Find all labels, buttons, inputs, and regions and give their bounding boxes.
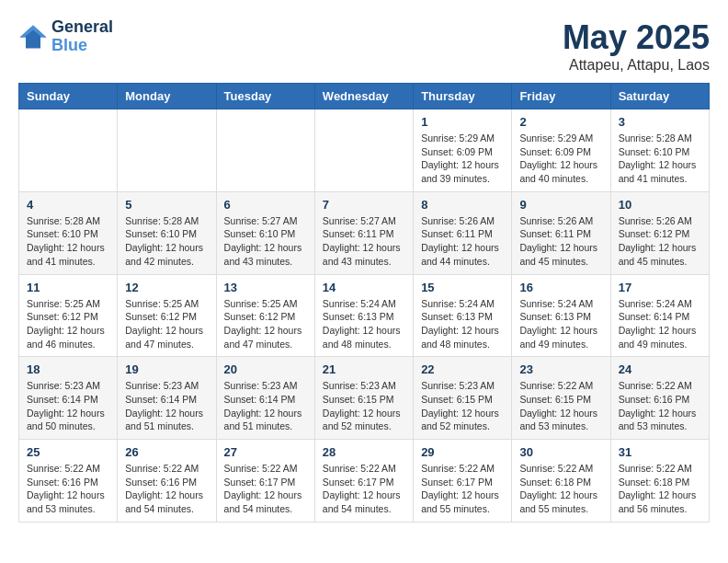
day-number: 16 [519,281,602,294]
day-number: 10 [619,198,701,212]
day-info: Sunrise: 5:25 AM Sunset: 6:12 PM Dayligh… [27,297,109,351]
day-number: 20 [224,362,307,376]
day-number: 17 [619,281,701,294]
day-info: Sunrise: 5:24 AM Sunset: 6:13 PM Dayligh… [323,297,405,351]
day-cell: 16Sunrise: 5:24 AM Sunset: 6:13 PM Dayli… [512,274,610,357]
day-cell: 18Sunrise: 5:23 AM Sunset: 6:14 PM Dayli… [19,357,118,440]
day-header-wednesday: Wednesday [314,84,413,109]
day-number: 3 [619,115,701,129]
day-header-monday: Monday [118,84,216,109]
day-info: Sunrise: 5:23 AM Sunset: 6:15 PM Dayligh… [421,379,504,433]
day-number: 12 [125,281,208,294]
day-cell: 6Sunrise: 5:27 AM Sunset: 6:10 PM Daylig… [216,191,314,274]
day-number: 21 [323,362,405,376]
day-header-saturday: Saturday [610,84,709,109]
day-cell: 31Sunrise: 5:22 AM Sunset: 6:18 PM Dayli… [610,440,709,523]
title-area: May 2025 Attapeu, Attapu, Laos [563,18,710,74]
day-info: Sunrise: 5:24 AM Sunset: 6:13 PM Dayligh… [519,297,602,351]
day-cell: 7Sunrise: 5:27 AM Sunset: 6:11 PM Daylig… [314,191,413,274]
logo-text: General Blue [51,18,113,55]
day-header-sunday: Sunday [19,84,118,109]
day-cell: 4Sunrise: 5:28 AM Sunset: 6:10 PM Daylig… [19,191,118,274]
day-info: Sunrise: 5:29 AM Sunset: 6:09 PM Dayligh… [421,132,504,186]
day-header-friday: Friday [512,84,610,109]
day-number: 2 [519,115,602,129]
day-cell: 9Sunrise: 5:26 AM Sunset: 6:11 PM Daylig… [512,191,610,274]
day-number: 23 [519,362,602,376]
day-cell: 3Sunrise: 5:28 AM Sunset: 6:10 PM Daylig… [610,109,709,192]
day-number: 19 [125,362,208,376]
day-cell [19,109,118,192]
header-row: SundayMondayTuesdayWednesdayThursdayFrid… [19,84,710,109]
week-row-5: 25Sunrise: 5:22 AM Sunset: 6:16 PM Dayli… [19,440,710,523]
day-number: 28 [323,445,405,459]
day-number: 8 [421,198,504,212]
day-number: 6 [224,198,307,212]
day-info: Sunrise: 5:23 AM Sunset: 6:14 PM Dayligh… [224,379,307,433]
week-row-2: 4Sunrise: 5:28 AM Sunset: 6:10 PM Daylig… [19,191,710,274]
day-info: Sunrise: 5:22 AM Sunset: 6:17 PM Dayligh… [224,462,307,516]
day-number: 25 [27,445,109,459]
day-cell: 14Sunrise: 5:24 AM Sunset: 6:13 PM Dayli… [314,274,413,357]
calendar-table: SundayMondayTuesdayWednesdayThursdayFrid… [18,83,710,523]
main-title: May 2025 [563,18,710,57]
day-info: Sunrise: 5:22 AM Sunset: 6:17 PM Dayligh… [421,462,504,516]
day-info: Sunrise: 5:24 AM Sunset: 6:13 PM Dayligh… [421,297,504,351]
week-row-4: 18Sunrise: 5:23 AM Sunset: 6:14 PM Dayli… [19,357,710,440]
day-info: Sunrise: 5:24 AM Sunset: 6:14 PM Dayligh… [619,297,701,351]
day-info: Sunrise: 5:23 AM Sunset: 6:14 PM Dayligh… [27,379,109,433]
day-cell: 17Sunrise: 5:24 AM Sunset: 6:14 PM Dayli… [610,274,709,357]
day-cell [118,109,216,192]
day-number: 13 [224,281,307,294]
day-number: 18 [27,362,109,376]
day-cell: 15Sunrise: 5:24 AM Sunset: 6:13 PM Dayli… [414,274,512,357]
day-cell: 11Sunrise: 5:25 AM Sunset: 6:12 PM Dayli… [19,274,118,357]
day-number: 26 [125,445,208,459]
day-info: Sunrise: 5:22 AM Sunset: 6:18 PM Dayligh… [619,462,701,516]
day-info: Sunrise: 5:25 AM Sunset: 6:12 PM Dayligh… [224,297,307,351]
day-cell: 26Sunrise: 5:22 AM Sunset: 6:16 PM Dayli… [118,440,216,523]
day-cell: 19Sunrise: 5:23 AM Sunset: 6:14 PM Dayli… [118,357,216,440]
day-info: Sunrise: 5:26 AM Sunset: 6:11 PM Dayligh… [421,214,504,269]
day-info: Sunrise: 5:26 AM Sunset: 6:11 PM Dayligh… [519,214,602,269]
day-info: Sunrise: 5:26 AM Sunset: 6:12 PM Dayligh… [619,214,701,269]
day-cell: 29Sunrise: 5:22 AM Sunset: 6:17 PM Dayli… [414,440,512,523]
day-info: Sunrise: 5:28 AM Sunset: 6:10 PM Dayligh… [619,132,701,186]
day-info: Sunrise: 5:25 AM Sunset: 6:12 PM Dayligh… [125,297,208,351]
day-cell: 2Sunrise: 5:29 AM Sunset: 6:09 PM Daylig… [512,109,610,192]
day-number: 4 [27,198,109,212]
day-number: 11 [27,281,109,294]
day-info: Sunrise: 5:22 AM Sunset: 6:17 PM Dayligh… [323,462,405,516]
day-cell: 25Sunrise: 5:22 AM Sunset: 6:16 PM Dayli… [19,440,118,523]
day-header-thursday: Thursday [414,84,512,109]
logo: General Blue [18,18,113,55]
day-info: Sunrise: 5:27 AM Sunset: 6:11 PM Dayligh… [323,214,405,269]
day-number: 24 [619,362,701,376]
day-info: Sunrise: 5:27 AM Sunset: 6:10 PM Dayligh… [224,214,307,269]
day-info: Sunrise: 5:22 AM Sunset: 6:16 PM Dayligh… [619,379,701,433]
day-number: 15 [421,281,504,294]
day-header-tuesday: Tuesday [216,84,314,109]
logo-icon [18,24,48,50]
day-number: 27 [224,445,307,459]
day-info: Sunrise: 5:22 AM Sunset: 6:16 PM Dayligh… [125,462,208,516]
day-number: 5 [125,198,208,212]
day-number: 31 [619,445,701,459]
day-cell [216,109,314,192]
day-number: 14 [323,281,405,294]
week-row-3: 11Sunrise: 5:25 AM Sunset: 6:12 PM Dayli… [19,274,710,357]
day-number: 9 [519,198,602,212]
day-cell: 28Sunrise: 5:22 AM Sunset: 6:17 PM Dayli… [314,440,413,523]
day-info: Sunrise: 5:29 AM Sunset: 6:09 PM Dayligh… [519,132,602,186]
week-row-1: 1Sunrise: 5:29 AM Sunset: 6:09 PM Daylig… [19,109,710,192]
day-cell [314,109,413,192]
day-cell: 23Sunrise: 5:22 AM Sunset: 6:15 PM Dayli… [512,357,610,440]
day-cell: 12Sunrise: 5:25 AM Sunset: 6:12 PM Dayli… [118,274,216,357]
day-cell: 5Sunrise: 5:28 AM Sunset: 6:10 PM Daylig… [118,191,216,274]
day-info: Sunrise: 5:28 AM Sunset: 6:10 PM Dayligh… [125,214,208,269]
subtitle: Attapeu, Attapu, Laos [563,57,710,74]
day-number: 22 [421,362,504,376]
day-info: Sunrise: 5:22 AM Sunset: 6:15 PM Dayligh… [519,379,602,433]
day-number: 7 [323,198,405,212]
day-cell: 1Sunrise: 5:29 AM Sunset: 6:09 PM Daylig… [414,109,512,192]
